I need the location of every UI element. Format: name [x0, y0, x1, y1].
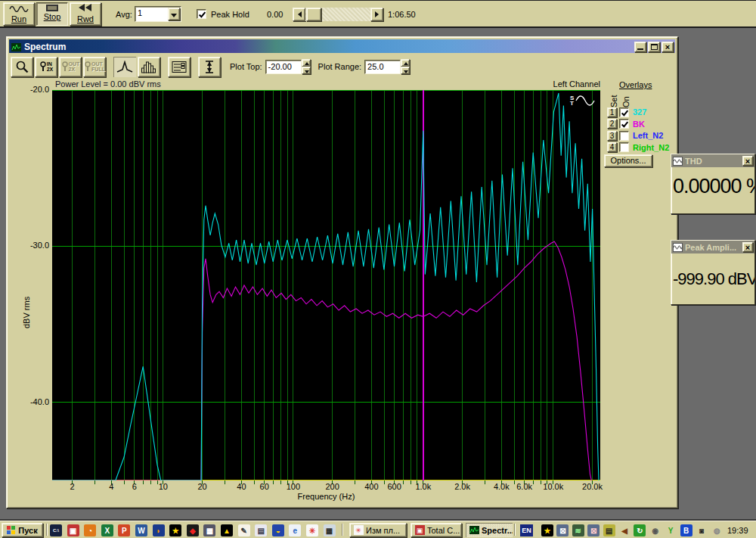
sine-wave-icon [673, 243, 683, 252]
bar-plot-button[interactable] [138, 57, 160, 77]
taskbar-clock[interactable]: 19:39 [727, 526, 748, 535]
zoom-out-full-button[interactable]: OUTFULL [83, 57, 106, 77]
disc-gray-tray-icon[interactable]: ◉ [649, 524, 662, 536]
plot-range-field[interactable]: 25.0 [364, 60, 401, 74]
scrollbar-thumb[interactable] [306, 8, 321, 21]
overlay-row-BK: 2BK [607, 119, 645, 129]
spin-down-icon[interactable] [401, 67, 410, 74]
close-button[interactable]: × [742, 242, 753, 252]
overlay-row-327: 1327 [607, 107, 646, 117]
network-disconnected-2-tray-icon[interactable]: ⊠ [587, 524, 600, 536]
plot-top-spinner[interactable] [302, 59, 311, 74]
acdsee-icon[interactable]: ◔ [84, 524, 96, 536]
excel-icon[interactable]: X [101, 524, 113, 536]
plot-top-field[interactable]: -20.00 [265, 60, 302, 74]
network-wireless-tray-icon[interactable]: ≋ [572, 524, 584, 536]
app-grid-icon[interactable]: ▦ [203, 524, 215, 536]
overlay-set-button-2[interactable]: 2 [607, 119, 617, 129]
file-commander-tray-icon[interactable]: ▤ [603, 524, 615, 536]
peak-hold-label: Peak Hold [211, 10, 249, 19]
taskbar-divider [514, 524, 516, 536]
scroll-right-button[interactable] [370, 8, 383, 21]
rwd-button[interactable]: Rwd [70, 2, 101, 26]
star-comet-tray-icon[interactable]: ★ [541, 524, 553, 536]
task-button-2[interactable]: ▣Total C... [411, 523, 462, 537]
close-icon: × [745, 243, 750, 252]
word-icon[interactable]: W [135, 524, 147, 536]
overlay-label-327: 327 [633, 107, 646, 117]
camera-dark-tray-icon[interactable]: ◙ [696, 524, 708, 536]
sampling-trigger-icon: ST [570, 95, 595, 107]
run-button[interactable]: Run [3, 2, 35, 26]
maximize-icon [651, 44, 658, 50]
task-button-3[interactable]: Spectr... [466, 523, 513, 537]
disc-silver-tray-icon[interactable]: ◍ [711, 524, 723, 536]
maximize-button[interactable] [648, 42, 660, 52]
spectrum-icon [469, 525, 479, 536]
peak-titlebar[interactable]: Peak Ampli... × [671, 241, 754, 253]
spin-down-icon[interactable] [302, 67, 311, 74]
peak-hold-checkbox[interactable] [197, 9, 206, 19]
star-tool-icon[interactable]: ★ [169, 524, 181, 536]
overlay-on-checkbox-3[interactable] [619, 131, 629, 141]
windows-logo-icon [7, 526, 16, 534]
overlays-on-column-label: On [621, 96, 631, 107]
peak-amplitude-value: -999.90 dBV rms [673, 269, 755, 289]
stop-button[interactable]: Stop [36, 2, 68, 26]
avg-value: 1 [138, 8, 142, 17]
plot-range-spinner[interactable] [401, 59, 410, 74]
zoom-in-2x-button[interactable]: IN2X [35, 57, 57, 77]
time-scrollbar[interactable] [293, 8, 383, 21]
calculator-grid-icon[interactable]: ▦ [324, 524, 336, 536]
close-button[interactable]: × [742, 156, 753, 166]
device-green-tray-icon[interactable]: Y [665, 524, 677, 536]
overlay-on-checkbox-1[interactable] [619, 107, 629, 117]
overlay-set-button-4[interactable]: 4 [607, 142, 617, 152]
options-button[interactable]: Options... [604, 154, 652, 167]
notepad-icon[interactable]: ✎ [238, 524, 250, 536]
floppy-save-icon[interactable]: ▣ [67, 524, 79, 536]
overlay-on-checkbox-4[interactable] [619, 142, 629, 152]
start-button[interactable]: Пуск [2, 523, 43, 537]
zoom-out-2x-button[interactable]: OUT2X [59, 57, 82, 77]
line-plot-button[interactable] [113, 57, 136, 77]
powerpoint-icon[interactable]: P [118, 524, 130, 536]
thd-titlebar[interactable]: THD × [671, 154, 754, 167]
window-title: Peak Ampli... [685, 243, 742, 252]
update-green-tray-icon[interactable]: ↻ [634, 524, 646, 536]
spin-up-icon[interactable] [401, 59, 410, 67]
task-button-1[interactable]: ✳Изм пл... [349, 523, 407, 537]
overlay-set-button-3[interactable]: 3 [607, 131, 617, 141]
close-button[interactable]: × [662, 42, 674, 52]
language-indicator[interactable]: EN [520, 524, 533, 536]
batman-tool-icon[interactable]: ▲ [221, 524, 233, 536]
sine-wave-icon [673, 157, 683, 166]
scroll-left-button[interactable] [293, 8, 305, 21]
zoom-button[interactable] [11, 57, 33, 77]
minimize-button[interactable] [634, 42, 646, 52]
x-axis-title: Frequency (Hz) [52, 492, 600, 501]
bluetooth-tray-icon[interactable]: B [680, 524, 692, 536]
document-editor-icon[interactable]: ▤ [255, 524, 267, 536]
media-player-red-icon[interactable]: ◆ [187, 524, 199, 536]
avg-label: Avg: [116, 10, 132, 19]
vertical-scale-button[interactable] [198, 57, 221, 77]
network-disconnected-tray-icon[interactable]: ⊠ [556, 524, 569, 536]
avg-dropdown-button[interactable] [168, 8, 180, 20]
app-client-area: Spectrum × IN2XOUT2XOUTFULL Plot Top: -2… [0, 30, 756, 521]
avg-dropdown[interactable]: 1 [135, 6, 181, 22]
volume-tray-icon[interactable]: ◀ [618, 524, 631, 536]
internet-explorer-icon[interactable]: e [289, 524, 301, 536]
spectrum-plot[interactable] [52, 90, 600, 487]
firefox-icon[interactable]: ◗ [153, 524, 165, 536]
overlay-set-button-1[interactable]: 1 [607, 107, 617, 117]
spectrum-titlebar[interactable]: Spectrum × [9, 39, 675, 53]
dos-prompt-icon[interactable]: C:\ [50, 524, 62, 536]
display-options-button[interactable] [168, 57, 191, 77]
overlay-on-checkbox-2[interactable] [619, 119, 629, 129]
disc-blue-icon[interactable]: ◒ [272, 524, 284, 536]
y-tick--30.0: -30.0 [17, 241, 49, 250]
y-tick--40.0: -40.0 [17, 397, 49, 406]
spin-up-icon[interactable] [302, 59, 311, 67]
media-pinwheel-icon[interactable]: ✳ [306, 524, 318, 536]
